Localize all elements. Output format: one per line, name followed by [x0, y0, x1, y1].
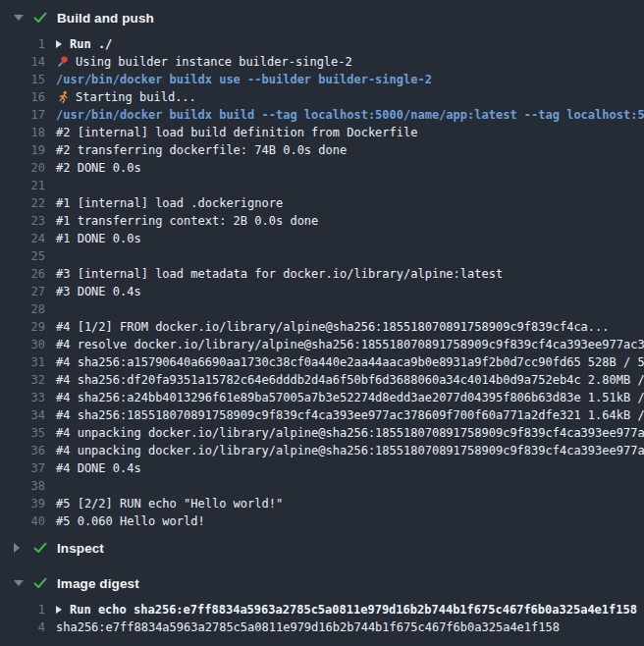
- log-text: #4 [1/2] FROM docker.io/library/alpine@s…: [56, 318, 610, 336]
- line-number[interactable]: 40: [0, 512, 45, 530]
- log-text: #1 transferring context: 2B 0.0s done: [56, 212, 318, 230]
- log-line: 31#4 sha256:a15790640a6690aa1730c38cf0a4…: [0, 353, 644, 371]
- log-line-content: #2 DONE 0.0s: [56, 159, 141, 177]
- line-number[interactable]: 25: [0, 247, 45, 265]
- expand-run-icon[interactable]: [56, 40, 62, 48]
- log-line-content: #3 [internal] load metadata for docker.i…: [56, 265, 503, 283]
- line-number[interactable]: 28: [0, 300, 45, 318]
- log-line-content: Run ./: [56, 35, 112, 53]
- log-line: 34#4 sha256:185518070891758909c9f839cf4c…: [0, 406, 644, 424]
- log-line: 28: [0, 300, 644, 318]
- log-line-content: #4 unpacking docker.io/library/alpine@sh…: [56, 424, 644, 442]
- log-line-content: Starting build...: [56, 88, 196, 106]
- check-icon: [33, 542, 47, 554]
- log-line: 36#4 unpacking docker.io/library/alpine@…: [0, 442, 644, 459]
- log-line: 19#2 transferring dockerfile: 74B 0.0s d…: [0, 141, 644, 159]
- log-line-content: /usr/bin/docker buildx build --tag local…: [56, 106, 644, 124]
- line-number[interactable]: 38: [0, 477, 45, 495]
- line-number[interactable]: 20: [0, 159, 45, 177]
- log-text: #4 unpacking docker.io/library/alpine@sh…: [56, 424, 644, 442]
- line-number[interactable]: 31: [0, 353, 45, 371]
- line-number[interactable]: 4: [0, 619, 45, 636]
- group-header-inspect[interactable]: Inspect: [0, 530, 644, 565]
- line-number[interactable]: 33: [0, 389, 45, 406]
- group-header-image-digest[interactable]: Image digest: [0, 565, 644, 601]
- log-line: 17/usr/bin/docker buildx build --tag loc…: [0, 106, 644, 124]
- line-number[interactable]: 29: [0, 318, 45, 336]
- group-header-build-and-push[interactable]: Build and push: [0, 0, 644, 35]
- log-line-content: #4 resolve docker.io/library/alpine@sha2…: [56, 336, 644, 353]
- log-line: 33#4 sha256:a24bb4013296f61e89ba57005a7b…: [0, 389, 644, 406]
- log-line: 16Starting build...: [0, 88, 644, 106]
- log-line: 24#1 DONE 0.0s: [0, 230, 644, 247]
- log-line: 15/usr/bin/docker buildx use --builder b…: [0, 71, 644, 88]
- line-number[interactable]: 35: [0, 424, 45, 442]
- log-line-content: Using builder instance builder-single-2: [56, 53, 352, 71]
- line-number[interactable]: 36: [0, 442, 45, 459]
- log-line: 14Using builder instance builder-single-…: [0, 53, 644, 71]
- log-text: #2 DONE 0.0s: [56, 159, 141, 177]
- log-text: #3 [internal] load metadata for docker.i…: [56, 265, 503, 283]
- log-line: 37#4 DONE 0.4s: [0, 459, 644, 477]
- log-text: #4 sha256:185518070891758909c9f839cf4ca3…: [56, 406, 644, 424]
- line-number[interactable]: 17: [0, 106, 45, 124]
- log-line: 25: [0, 247, 644, 265]
- log-text: Run ./: [70, 35, 112, 53]
- log-line: 29#4 [1/2] FROM docker.io/library/alpine…: [0, 318, 644, 336]
- pushpin-emoji: [56, 55, 70, 69]
- log-line: 1Run echo sha256:e7ff8834a5963a2785c5a08…: [0, 601, 644, 619]
- line-number[interactable]: 30: [0, 336, 45, 353]
- log-line-content: #4 sha256:185518070891758909c9f839cf4ca3…: [56, 406, 644, 424]
- log-line: 21: [0, 177, 644, 194]
- log-line-content: #4 sha256:df20fa9351a15782c64e6dddb2d4a6…: [56, 371, 644, 389]
- group-log-lines: 1Run echo sha256:e7ff8834a5963a2785c5a08…: [0, 601, 644, 636]
- line-number[interactable]: 1: [0, 35, 45, 53]
- log-line: 22#1 [internal] load .dockerignore: [0, 194, 644, 212]
- group-label: Image digest: [57, 576, 139, 591]
- log-line: 4sha256:e7ff8834a5963a2785c5a0811e979d16…: [0, 619, 644, 636]
- line-number[interactable]: 1: [0, 601, 45, 619]
- log-text: #4 resolve docker.io/library/alpine@sha2…: [56, 336, 644, 353]
- line-number[interactable]: 23: [0, 212, 45, 230]
- log-text: Run echo sha256:e7ff8834a5963a2785c5a081…: [70, 601, 637, 619]
- line-number[interactable]: 22: [0, 194, 45, 212]
- log-line-content: #1 [internal] load .dockerignore: [56, 194, 283, 212]
- expand-run-icon[interactable]: [56, 606, 62, 614]
- log-line-content: #4 [1/2] FROM docker.io/library/alpine@s…: [56, 318, 610, 336]
- line-number[interactable]: 18: [0, 124, 45, 141]
- log-line: 32#4 sha256:df20fa9351a15782c64e6dddb2d4…: [0, 371, 644, 389]
- log-line: 26#3 [internal] load metadata for docker…: [0, 265, 644, 283]
- log-line-content: #5 0.060 Hello world!: [56, 512, 205, 530]
- line-number[interactable]: 16: [0, 88, 45, 106]
- log-line-content: #4 sha256:a24bb4013296f61e89ba57005a7b3e…: [56, 389, 644, 406]
- log-line: 18#2 [internal] load build definition fr…: [0, 124, 644, 141]
- log-text: #2 [internal] load build definition from…: [56, 124, 417, 141]
- line-number[interactable]: 21: [0, 177, 45, 194]
- line-number[interactable]: 19: [0, 141, 45, 159]
- runner-emoji: [56, 90, 70, 104]
- line-number[interactable]: 27: [0, 283, 45, 300]
- line-number[interactable]: 34: [0, 406, 45, 424]
- group-log-lines: 1Run ./14Using builder instance builder-…: [0, 35, 644, 530]
- log-line: 23#1 transferring context: 2B 0.0s done: [0, 212, 644, 230]
- log-text: #3 DONE 0.4s: [56, 283, 141, 300]
- log-line-content: #2 transferring dockerfile: 74B 0.0s don…: [56, 141, 347, 159]
- triangle-down-icon: [14, 15, 24, 21]
- log-line: 30#4 resolve docker.io/library/alpine@sh…: [0, 336, 644, 353]
- line-number[interactable]: 14: [0, 53, 45, 71]
- line-number[interactable]: 37: [0, 459, 45, 477]
- log-line-content: #4 unpacking docker.io/library/alpine@sh…: [56, 442, 644, 459]
- log-text: #1 DONE 0.0s: [56, 230, 141, 247]
- line-number[interactable]: 26: [0, 265, 45, 283]
- line-number[interactable]: 24: [0, 230, 45, 247]
- log-line-content: #5 [2/2] RUN echo "Hello world!": [56, 495, 283, 512]
- line-number[interactable]: 32: [0, 371, 45, 389]
- line-number[interactable]: 39: [0, 495, 45, 512]
- log-line: 27#3 DONE 0.4s: [0, 283, 644, 300]
- line-number[interactable]: 15: [0, 71, 45, 88]
- log-line: 35#4 unpacking docker.io/library/alpine@…: [0, 424, 644, 442]
- log-text: #4 sha256:df20fa9351a15782c64e6dddb2d4a6…: [56, 371, 644, 389]
- log-line-content: #2 [internal] load build definition from…: [56, 124, 417, 141]
- triangle-right-icon: [14, 543, 24, 553]
- log-line: 39#5 [2/2] RUN echo "Hello world!": [0, 495, 644, 512]
